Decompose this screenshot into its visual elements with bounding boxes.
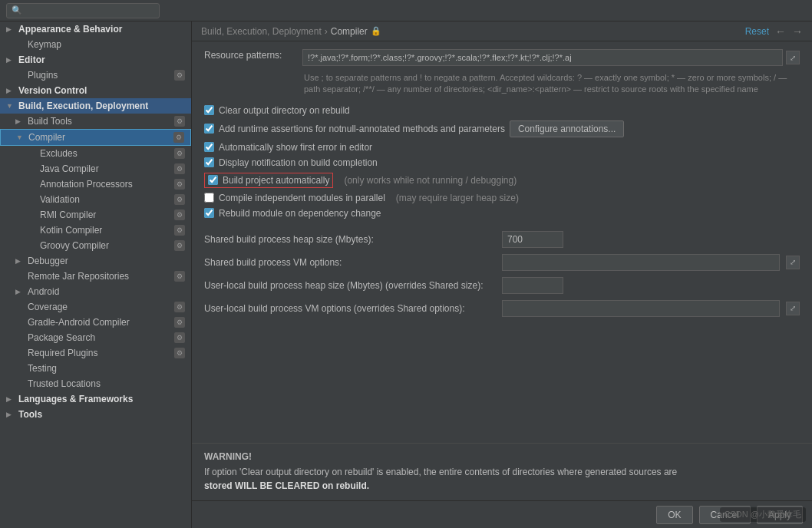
breadcrumb-bar: Build, Execution, Deployment › Compiler … [192, 21, 812, 41]
sidebar-item-android[interactable]: ▶Android [0, 284, 191, 299]
user-heap-input[interactable] [502, 277, 563, 294]
sidebar-item-rmi-compiler[interactable]: RMI Compiler⚙ [0, 207, 191, 223]
ok-button[interactable]: OK [656, 506, 692, 524]
build-automatically-note: (only works while not running / debuggin… [344, 175, 517, 186]
sidebar-item-label: Keymap [28, 39, 185, 50]
settings-gear-icon: ⚙ [174, 148, 185, 159]
sidebar-item-label: Appearance & Behavior [18, 24, 185, 35]
compile-parallel-checkbox[interactable] [204, 193, 214, 203]
sidebar-item-annotation-processors[interactable]: Annotation Processors⚙ [0, 177, 191, 192]
sidebar-item-testing[interactable]: Testing [0, 361, 191, 376]
sidebar-item-languages-frameworks[interactable]: ▶Languages & Frameworks [0, 391, 191, 407]
display-notification-checkbox[interactable] [204, 157, 214, 167]
arrow-icon: ▶ [6, 411, 15, 418]
shared-heap-label: Shared build process heap size (Mbytes): [204, 234, 496, 245]
show-error-row: Automatically show first error in editor [204, 142, 800, 153]
sidebar-item-groovy-compiler[interactable]: Groovy Compiler⚙ [0, 238, 191, 253]
sidebar-item-trusted-locations[interactable]: Trusted Locations [0, 376, 191, 391]
build-automatically-checkbox[interactable] [208, 175, 218, 185]
bottom-bar: OK Cancel Apply [192, 500, 812, 528]
sidebar-item-package-search[interactable]: Package Search⚙ [0, 330, 191, 345]
sidebar-item-label: Plugins [28, 70, 174, 81]
shared-heap-input[interactable] [502, 231, 563, 248]
shared-vm-input[interactable] [502, 254, 780, 271]
sidebar-item-label: Excludes [40, 148, 174, 159]
warning-box: WARNING! If option 'Clear output directo… [192, 443, 812, 500]
sidebar-item-label: Android [28, 286, 185, 297]
sidebar-item-label: Version Control [18, 85, 185, 96]
clear-output-checkbox[interactable] [204, 105, 214, 115]
arrow-icon: ▶ [6, 395, 15, 403]
breadcrumb-part1: Build, Execution, Deployment [201, 26, 322, 37]
sidebar-item-keymap[interactable]: Keymap [0, 37, 191, 52]
sidebar-item-label: Trusted Locations [28, 378, 185, 389]
build-automatically-label: Build project automatically [223, 175, 329, 186]
shared-heap-row: Shared build process heap size (Mbytes): [204, 231, 800, 248]
rebuild-on-dependency-checkbox[interactable] [204, 208, 214, 218]
watermark: CSDN @小魏爱炸毛 [720, 507, 806, 522]
arrow-icon: ▼ [6, 102, 15, 110]
nav-back-button[interactable]: ← [775, 25, 786, 38]
sidebar-item-gradle-android-compiler[interactable]: Gradle-Android Compiler⚙ [0, 315, 191, 330]
sidebar-item-build-execution-deployment[interactable]: ▼Build, Execution, Deployment [0, 98, 191, 114]
sidebar-item-editor[interactable]: ▶Editor [0, 52, 191, 68]
sidebar-item-coverage[interactable]: Coverage⚙ [0, 299, 191, 315]
settings-gear-icon: ⚙ [174, 348, 185, 358]
settings-search[interactable]: 🔍 [6, 3, 160, 18]
clear-output-row: Clear output directory on rebuild [204, 105, 800, 116]
settings-gear-icon: ⚙ [174, 240, 185, 251]
settings-gear-icon: ⚙ [174, 70, 185, 81]
resource-patterns-expand-button[interactable]: ⤢ [786, 51, 800, 64]
user-heap-label: User-local build process heap size (Mbyt… [204, 280, 496, 291]
reset-button[interactable]: Reset [745, 26, 769, 37]
user-vm-expand-button[interactable]: ⤢ [786, 302, 800, 315]
sidebar-item-version-control[interactable]: ▶Version Control [0, 83, 191, 98]
configure-annotations-button[interactable]: Configure annotations... [510, 120, 624, 137]
sidebar-item-label: Validation [40, 194, 174, 205]
breadcrumb: Build, Execution, Deployment › Compiler … [201, 26, 381, 37]
sidebar-item-build-tools[interactable]: ▶Build Tools⚙ [0, 114, 191, 129]
sidebar-item-label: Testing [28, 363, 185, 374]
warning-text-line2: stored WILL BE CLEARED on rebuild. [204, 480, 369, 491]
nav-forward-button[interactable]: → [792, 25, 803, 38]
sidebar-item-required-plugins[interactable]: Required Plugins⚙ [0, 345, 191, 361]
settings-gear-icon: ⚙ [174, 210, 185, 220]
runtime-assertions-row: Add runtime assertions for notnull-annot… [204, 120, 800, 137]
sidebar-item-label: Groovy Compiler [40, 240, 174, 251]
content-area: Build, Execution, Deployment › Compiler … [192, 21, 812, 528]
sidebar-item-label: Java Compiler [40, 163, 174, 174]
sidebar-item-label: Annotation Processors [40, 179, 174, 190]
sidebar-item-label: Gradle-Android Compiler [28, 317, 174, 328]
arrow-icon: ▶ [6, 87, 15, 94]
sidebar-item-excludes[interactable]: Excludes⚙ [0, 146, 191, 161]
user-vm-row: User-local build process VM options (ove… [204, 300, 800, 317]
sidebar-item-validation[interactable]: Validation⚙ [0, 192, 191, 207]
build-automatically-row: Build project automatically (only works … [204, 173, 800, 188]
sidebar-item-debugger[interactable]: ▶Debugger [0, 253, 191, 269]
warning-text-line1: If option 'Clear output directory on reb… [204, 467, 677, 477]
settings-gear-icon: ⚙ [174, 194, 185, 205]
settings-gear-icon: ⚙ [174, 332, 185, 343]
resource-patterns-input[interactable] [302, 49, 783, 66]
sidebar-item-kotlin-compiler[interactable]: Kotlin Compiler⚙ [0, 223, 191, 238]
sidebar-item-remote-jar-repositories[interactable]: Remote Jar Repositories⚙ [0, 269, 191, 284]
runtime-assertions-checkbox[interactable] [204, 124, 214, 134]
sidebar-item-tools[interactable]: ▶Tools [0, 407, 191, 422]
sidebar-item-java-compiler[interactable]: Java Compiler⚙ [0, 161, 191, 177]
breadcrumb-actions: Reset ← → [745, 25, 803, 38]
arrow-icon: ▼ [16, 134, 25, 141]
sidebar-item-compiler[interactable]: ▼Compiler⚙ [0, 129, 191, 146]
show-error-checkbox[interactable] [204, 142, 214, 152]
sidebar-item-appearance[interactable]: ▶Appearance & Behavior [0, 21, 191, 37]
shared-vm-expand-button[interactable]: ⤢ [786, 256, 800, 269]
arrow-icon: ▶ [15, 257, 25, 265]
show-error-label: Automatically show first error in editor [219, 142, 372, 153]
display-notification-row: Display notification on build completion [204, 157, 800, 168]
arrow-icon: ▶ [6, 25, 15, 33]
user-vm-input[interactable] [502, 300, 780, 317]
rebuild-on-dependency-row: Rebuild module on dependency change [204, 208, 800, 219]
sidebar-item-label: Required Plugins [28, 348, 174, 358]
warning-text: If option 'Clear output directory on reb… [204, 465, 800, 493]
sidebar-item-plugins[interactable]: Plugins⚙ [0, 68, 191, 83]
sidebar-item-label: Kotlin Compiler [40, 225, 174, 236]
